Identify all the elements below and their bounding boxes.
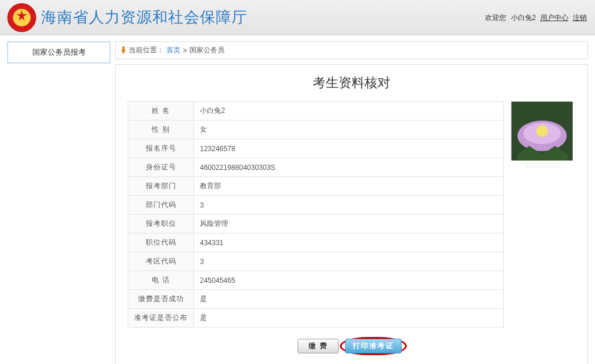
applicant-photo — [511, 101, 572, 160]
field-value: 434331 — [194, 233, 504, 252]
field-label: 身份证号 — [128, 158, 194, 177]
field-label: 姓 名 — [128, 102, 194, 121]
field-value: 风险管理 — [194, 215, 504, 233]
site-title: 海南省人力资源和社会保障厅 — [41, 7, 248, 28]
field-value: 3 — [194, 252, 504, 271]
field-value: 是 — [194, 309, 504, 328]
panel-title: 考生资料核对 — [128, 74, 576, 92]
pin-icon — [121, 46, 126, 55]
table-row: 性 别女 — [128, 121, 504, 139]
print-admission-button[interactable]: 打印准考证 — [345, 339, 402, 353]
applicant-photo-box: ············ — [511, 101, 576, 170]
breadcrumb-separator: > — [183, 46, 187, 55]
svg-rect-3 — [122, 46, 125, 50]
svg-marker-4 — [121, 50, 126, 54]
field-label: 部门代码 — [128, 196, 194, 215]
table-row: 姓 名小白兔2 — [128, 102, 504, 121]
page-header: 海南省人力资源和社会保障厅 欢迎您 小白兔2 用户中心 注销 — [0, 0, 595, 35]
table-row: 考区代码3 — [128, 252, 504, 271]
sidebar: 国家公务员报考 — [7, 41, 111, 64]
field-value: 教育部 — [194, 177, 504, 196]
content-area: 当前位置： 首页 > 国家公务员 考生资料核对 姓 名小白兔2性 别女报名序号1… — [115, 41, 588, 364]
applicant-info-table: 姓 名小白兔2性 别女报名序号123246578身份证号460022198804… — [128, 101, 504, 328]
field-label: 报名序号 — [128, 139, 194, 158]
photo-caption: ············ — [511, 163, 576, 170]
table-row: 电 话245045465 — [128, 271, 504, 290]
field-value: 460022198804030303S — [194, 158, 504, 177]
field-value: 小白兔2 — [194, 102, 504, 121]
table-row: 部门代码3 — [128, 196, 504, 215]
field-label: 考区代码 — [128, 252, 194, 271]
header-user-area: 欢迎您 小白兔2 用户中心 注销 — [485, 13, 587, 23]
table-row: 身份证号460022198804030303S — [128, 158, 504, 177]
table-row: 准考证是否公布是 — [128, 309, 504, 328]
field-label: 电 话 — [128, 271, 194, 290]
info-panel: 考生资料核对 姓 名小白兔2性 别女报名序号123246578身份证号46002… — [115, 64, 588, 364]
svg-point-8 — [536, 125, 548, 137]
logout-link[interactable]: 注销 — [573, 14, 587, 22]
national-emblem-icon — [7, 3, 36, 32]
field-value: 女 — [194, 121, 504, 139]
username-text: 小白兔2 — [511, 14, 536, 22]
breadcrumb-label: 当前位置： — [129, 45, 164, 55]
user-center-link[interactable]: 用户中心 — [540, 14, 569, 22]
field-label: 职位代码 — [128, 233, 194, 252]
action-row: 缴 费 打印准考证 — [128, 337, 576, 355]
field-label: 准考证是否公布 — [128, 309, 194, 328]
field-label: 性 别 — [128, 121, 194, 139]
field-label: 缴费是否成功 — [128, 290, 194, 309]
table-row: 缴费是否成功是 — [128, 290, 504, 309]
field-label: 报考部门 — [128, 177, 194, 196]
field-value: 3 — [194, 196, 504, 215]
table-row: 报考部门教育部 — [128, 177, 504, 196]
breadcrumb-current: 国家公务员 — [189, 45, 225, 55]
pay-button[interactable]: 缴 费 — [298, 339, 339, 353]
field-label: 报考职位 — [128, 215, 194, 233]
sidebar-item-exam-signup[interactable]: 国家公务员报考 — [7, 41, 111, 64]
breadcrumb: 当前位置： 首页 > 国家公务员 — [115, 41, 588, 59]
field-value: 123246578 — [194, 139, 504, 158]
highlight-oval: 打印准考证 — [340, 337, 407, 355]
welcome-text: 欢迎您 — [485, 14, 506, 22]
breadcrumb-home-link[interactable]: 首页 — [166, 45, 180, 55]
table-row: 报考职位风险管理 — [128, 215, 504, 233]
table-row: 报名序号123246578 — [128, 139, 504, 158]
field-value: 245045465 — [194, 271, 504, 290]
table-row: 职位代码434331 — [128, 233, 504, 252]
field-value: 是 — [194, 290, 504, 309]
